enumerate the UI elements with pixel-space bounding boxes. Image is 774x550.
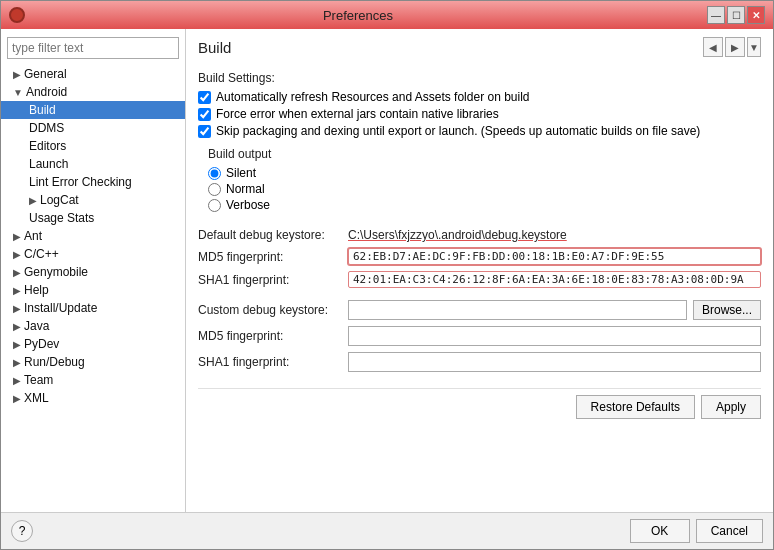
search-input[interactable] <box>7 37 179 59</box>
expand-arrow: ▶ <box>29 195 37 206</box>
forward-button[interactable]: ▶ <box>725 37 745 57</box>
sidebar-item-android[interactable]: ▼ Android <box>1 83 185 101</box>
expand-arrow: ▶ <box>13 69 21 80</box>
cancel-button[interactable]: Cancel <box>696 519 763 543</box>
verbose-label: Verbose <box>226 198 270 212</box>
sidebar-item-label: Java <box>24 319 49 333</box>
sidebar-item-label: Genymobile <box>24 265 88 279</box>
expand-arrow: ▶ <box>13 321 21 332</box>
maximize-button[interactable]: ☐ <box>727 6 745 24</box>
sidebar-item-genymobile[interactable]: ▶ Genymobile <box>1 263 185 281</box>
expand-arrow: ▶ <box>13 267 21 278</box>
build-output-group: Build output Silent Normal Verbose <box>208 147 761 214</box>
sidebar-item-ddms[interactable]: DDMS <box>1 119 185 137</box>
fields-section: Default debug keystore: C:\Users\fxjzzyo… <box>198 228 761 378</box>
sidebar-item-ant[interactable]: ▶ Ant <box>1 227 185 245</box>
preferences-window: Preferences — ☐ ✕ ▶ General ▼ Android Bu… <box>0 0 774 550</box>
sidebar-item-label: XML <box>24 391 49 405</box>
sha1-default-label: SHA1 fingerprint: <box>198 273 348 287</box>
help-button[interactable]: ? <box>11 520 33 542</box>
expand-arrow: ▼ <box>13 87 23 98</box>
right-panel: Build ◀ ▶ ▼ Build Settings: Automaticall… <box>186 29 773 512</box>
md5-default-row: MD5 fingerprint: 62:EB:D7:AE:DC:9F:FB:DD… <box>198 248 761 265</box>
sidebar: ▶ General ▼ Android Build DDMS Editors L… <box>1 29 186 512</box>
nav-arrows: ◀ ▶ ▼ <box>703 37 761 57</box>
sidebar-item-label: Help <box>24 283 49 297</box>
sidebar-item-general[interactable]: ▶ General <box>1 65 185 83</box>
build-output-label: Build output <box>208 147 761 161</box>
browse-button[interactable]: Browse... <box>693 300 761 320</box>
sha1-custom-row: SHA1 fingerprint: <box>198 352 761 372</box>
sidebar-item-label: General <box>24 67 67 81</box>
bottom-buttons: OK Cancel <box>630 519 763 543</box>
radio-silent: Silent <box>208 166 761 180</box>
ok-button[interactable]: OK <box>630 519 690 543</box>
sidebar-item-label: PyDev <box>24 337 59 351</box>
apply-button[interactable]: Apply <box>701 395 761 419</box>
checkbox-force-error: Force error when external jars contain n… <box>198 107 761 121</box>
sidebar-item-label: Run/Debug <box>24 355 85 369</box>
title-bar-buttons: — ☐ ✕ <box>707 6 765 24</box>
sidebar-item-xml[interactable]: ▶ XML <box>1 389 185 407</box>
sidebar-item-team[interactable]: ▶ Team <box>1 371 185 389</box>
md5-default-label: MD5 fingerprint: <box>198 250 348 264</box>
panel-header: Build ◀ ▶ ▼ <box>198 37 761 61</box>
sidebar-item-cpp[interactable]: ▶ C/C++ <box>1 245 185 263</box>
sidebar-item-help[interactable]: ▶ Help <box>1 281 185 299</box>
skip-packaging-checkbox[interactable] <box>198 125 211 138</box>
sidebar-item-label: Lint Error Checking <box>29 175 132 189</box>
expand-arrow: ▶ <box>13 249 21 260</box>
sidebar-item-logcat[interactable]: ▶ LogCat <box>1 191 185 209</box>
sidebar-item-label: Android <box>26 85 67 99</box>
build-settings-label: Build Settings: <box>198 71 761 85</box>
normal-radio[interactable] <box>208 183 221 196</box>
radio-verbose: Verbose <box>208 198 761 212</box>
auto-refresh-label: Automatically refresh Resources and Asse… <box>216 90 530 104</box>
title-bar: Preferences — ☐ ✕ <box>1 1 773 29</box>
sha1-custom-label: SHA1 fingerprint: <box>198 355 348 369</box>
expand-arrow: ▶ <box>13 339 21 350</box>
skip-packaging-label: Skip packaging and dexing until export o… <box>216 124 700 138</box>
force-error-label: Force error when external jars contain n… <box>216 107 499 121</box>
custom-keystore-label: Custom debug keystore: <box>198 303 348 317</box>
close-button[interactable]: ✕ <box>747 6 765 24</box>
silent-radio[interactable] <box>208 167 221 180</box>
md5-custom-row: MD5 fingerprint: <box>198 326 761 346</box>
expand-arrow: ▶ <box>13 285 21 296</box>
custom-keystore-row: Custom debug keystore: Browse... <box>198 300 761 320</box>
sidebar-item-editors[interactable]: Editors <box>1 137 185 155</box>
restore-apply-row: Restore Defaults Apply <box>198 388 761 419</box>
bottom-bar: ? OK Cancel <box>1 512 773 549</box>
sidebar-item-launch[interactable]: Launch <box>1 155 185 173</box>
sidebar-item-label: DDMS <box>29 121 64 135</box>
history-dropdown-button[interactable]: ▼ <box>747 37 761 57</box>
force-error-checkbox[interactable] <box>198 108 211 121</box>
md5-custom-label: MD5 fingerprint: <box>198 329 348 343</box>
checkbox-skip-packaging: Skip packaging and dexing until export o… <box>198 124 761 138</box>
expand-arrow: ▶ <box>13 375 21 386</box>
sidebar-item-pydev[interactable]: ▶ PyDev <box>1 335 185 353</box>
sidebar-item-lint[interactable]: Lint Error Checking <box>1 173 185 191</box>
back-button[interactable]: ◀ <box>703 37 723 57</box>
sidebar-item-run-debug[interactable]: ▶ Run/Debug <box>1 353 185 371</box>
restore-defaults-button[interactable]: Restore Defaults <box>576 395 695 419</box>
auto-refresh-checkbox[interactable] <box>198 91 211 104</box>
sidebar-item-usage-stats[interactable]: Usage Stats <box>1 209 185 227</box>
default-keystore-value: C:\Users\fxjzzyo\.android\debug.keystore <box>348 228 761 242</box>
sha1-default-row: SHA1 fingerprint: 42:01:EA:C3:C4:26:12:8… <box>198 271 761 288</box>
main-content: ▶ General ▼ Android Build DDMS Editors L… <box>1 29 773 512</box>
sidebar-item-java[interactable]: ▶ Java <box>1 317 185 335</box>
sidebar-item-install-update[interactable]: ▶ Install/Update <box>1 299 185 317</box>
minimize-button[interactable]: — <box>707 6 725 24</box>
sha1-custom-input <box>348 352 761 372</box>
expand-arrow: ▶ <box>13 231 21 242</box>
expand-arrow: ▶ <box>13 303 21 314</box>
normal-label: Normal <box>226 182 265 196</box>
verbose-radio[interactable] <box>208 199 221 212</box>
md5-custom-input <box>348 326 761 346</box>
sidebar-item-build[interactable]: Build <box>1 101 185 119</box>
silent-label: Silent <box>226 166 256 180</box>
custom-keystore-input[interactable] <box>348 300 687 320</box>
expand-arrow: ▶ <box>13 357 21 368</box>
sidebar-item-label: Editors <box>29 139 66 153</box>
